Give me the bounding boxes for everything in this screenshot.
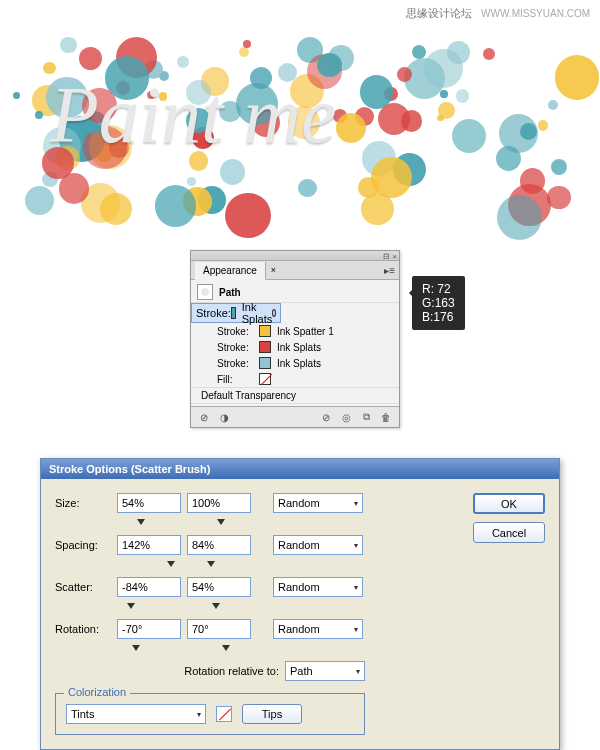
size-max-input[interactable]: 100% (187, 493, 251, 513)
chevron-down-icon: ▾ (354, 499, 358, 508)
close-icon[interactable]: × (271, 265, 276, 275)
fill-label: Fill: (217, 374, 259, 385)
b-label: B: (422, 310, 433, 324)
cancel-button[interactable]: Cancel (473, 522, 545, 543)
appearance-tab[interactable]: Appearance (195, 262, 266, 280)
key-color-swatch[interactable] (216, 706, 232, 722)
scatter-mode-select[interactable]: Random▾ (273, 577, 363, 597)
trash-icon[interactable]: 🗑 (379, 410, 393, 424)
rotation-min-input[interactable]: -70° (117, 619, 181, 639)
artwork-text: Paint me (50, 70, 337, 161)
rotation-max-input[interactable]: 70° (187, 619, 251, 639)
spacing-min-input[interactable]: 142% (117, 535, 181, 555)
transparency-label: Default Transparency (201, 390, 296, 401)
size-min-input[interactable]: 54% (117, 493, 181, 513)
watermark-cn: 思缘设计论坛 (406, 7, 472, 19)
scatter-row: Scatter: -84% 54% Random▾ (55, 577, 465, 597)
rotation-row: Rotation: -70° 70° Random▾ (55, 619, 465, 639)
stroke-swatch-icon[interactable] (259, 341, 271, 353)
link-icon[interactable]: ⊘ (197, 410, 211, 424)
size-mode-select[interactable]: Random▾ (273, 493, 363, 513)
chevron-down-icon: ▾ (356, 667, 360, 676)
dialog-titlebar[interactable]: Stroke Options (Scatter Brush) (41, 459, 559, 479)
artwork-canvas: Paint me (10, 30, 590, 230)
size-label: Size: (55, 497, 111, 509)
stroke-name: Ink Splats (277, 342, 321, 353)
panel-footer: ⊘ ◑ ⊘ ◎ ⧉ 🗑 (191, 406, 399, 427)
new-fill-icon[interactable]: ◑ (217, 410, 231, 424)
b-value: 176 (433, 310, 453, 324)
chevron-down-icon: ▾ (354, 541, 358, 550)
rotation-label: Rotation: (55, 623, 111, 635)
colorization-select[interactable]: Tints▾ (66, 704, 206, 724)
duplicate-icon[interactable]: ⧉ (359, 410, 373, 424)
rotation-relative-select[interactable]: Path▾ (285, 661, 365, 681)
stroke-label: Stroke: (217, 342, 259, 353)
stroke-label: Stroke: (217, 326, 259, 337)
ok-button[interactable]: OK (473, 493, 545, 514)
spacing-row: Spacing: 142% 84% Random▾ (55, 535, 465, 555)
stroke-name: Ink Spatter 1 (277, 326, 334, 337)
r-label: R: (422, 282, 434, 296)
stroke-row-2[interactable]: Stroke: Ink Spatter 1 (191, 323, 399, 339)
panel-collapse-icon[interactable]: ⊟ × (383, 252, 397, 261)
fill-none-icon[interactable] (259, 373, 271, 385)
panel-menu-icon[interactable]: ▸≡ (384, 265, 395, 276)
rgb-tooltip: R: 72 G:163 B:176 (412, 276, 465, 330)
fill-row[interactable]: Fill: (191, 371, 399, 387)
g-value: 163 (435, 296, 455, 310)
stroke-name: Ink Splats (242, 301, 273, 325)
colorization-legend: Colorization (64, 686, 130, 698)
spacing-max-input[interactable]: 84% (187, 535, 251, 555)
stroke-label: Stroke: (217, 358, 259, 369)
scatter-label: Scatter: (55, 581, 111, 593)
stroke-row-1[interactable]: Stroke: Ink Splats (191, 303, 281, 323)
stroke-swatch-icon[interactable] (231, 307, 236, 319)
prohibit-icon[interactable]: ⊘ (319, 410, 333, 424)
stroke-row-3[interactable]: Stroke: Ink Splats (191, 339, 399, 355)
stroke-swatch-icon[interactable] (259, 325, 271, 337)
target-icon[interactable] (272, 309, 276, 317)
stroke-options-dialog: Stroke Options (Scatter Brush) Size: 54%… (40, 458, 560, 750)
stroke-row-4[interactable]: Stroke: Ink Splats (191, 355, 399, 371)
rotation-relative-row: Rotation relative to: Path▾ (55, 661, 365, 681)
panel-drag-bar[interactable]: ⊟ × (191, 251, 399, 261)
spacing-mode-select[interactable]: Random▾ (273, 535, 363, 555)
stroke-name: Ink Splats (277, 358, 321, 369)
colorization-fieldset: Colorization Tints▾ Tips (55, 693, 365, 735)
r-value: 72 (437, 282, 450, 296)
tips-button[interactable]: Tips (242, 704, 302, 724)
scatter-min-input[interactable]: -84% (117, 577, 181, 597)
transparency-row[interactable]: Default Transparency (191, 387, 399, 404)
appearance-panel: ⊟ × Appearance × ▸≡ Path Stroke: Ink Spl… (190, 250, 400, 428)
spacing-label: Spacing: (55, 539, 111, 551)
watermark: 思缘设计论坛 WWW.MISSYUAN.COM (406, 6, 590, 21)
path-title: Path (219, 287, 241, 298)
chevron-down-icon: ▾ (354, 583, 358, 592)
path-title-row: Path (191, 282, 399, 303)
chevron-down-icon: ▾ (354, 625, 358, 634)
rotation-relative-label: Rotation relative to: (184, 665, 279, 677)
stroke-swatch-icon[interactable] (259, 357, 271, 369)
stroke-label: Stroke: (196, 307, 231, 319)
path-thumb-icon (197, 284, 213, 300)
g-label: G: (422, 296, 435, 310)
panel-tab-bar: Appearance × ▸≡ (191, 261, 399, 280)
chevron-down-icon: ▾ (197, 710, 201, 719)
rotation-mode-select[interactable]: Random▾ (273, 619, 363, 639)
watermark-url: WWW.MISSYUAN.COM (481, 8, 590, 19)
size-row: Size: 54% 100% Random▾ (55, 493, 465, 513)
target-icon[interactable]: ◎ (339, 410, 353, 424)
scatter-max-input[interactable]: 54% (187, 577, 251, 597)
